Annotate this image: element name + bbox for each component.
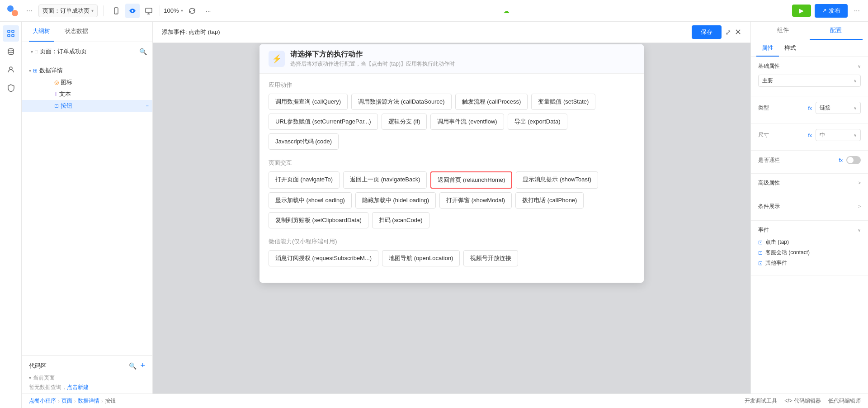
action-content: 应用动作 调用数据查询 (callQuery) 调用数据源方法 (callDat… — [259, 74, 644, 283]
type-select[interactable]: 链接 ∨ — [816, 102, 861, 114]
main-select[interactable]: 主要 ∨ — [758, 75, 861, 87]
tree-item-text[interactable]: T 文本 ≡ — [22, 88, 152, 100]
code-search-btn[interactable]: 🔍 — [129, 361, 137, 370]
action-videoChannel[interactable]: 视频号开放连接 — [463, 250, 518, 266]
outline-icon-btn[interactable] — [3, 25, 19, 42]
run-button[interactable]: ▶ — [792, 5, 811, 17]
action-relaunchHome[interactable]: 返回首页 (relaunchHome) — [430, 171, 512, 189]
basic-props-arrow[interactable]: ∨ — [858, 64, 861, 69]
code-editor-btn[interactable]: </> 代码编辑器 — [784, 397, 821, 405]
svg-rect-11 — [12, 34, 14, 37]
action-callDataSource[interactable]: 调用数据源方法 (callDataSource) — [351, 94, 451, 110]
action-callProcess[interactable]: 触发流程 (callProcess) — [455, 94, 528, 110]
basic-props-section: 基础属性 ∨ 主要 ∨ — [751, 57, 868, 96]
topbar-more-btn[interactable]: ··· — [851, 5, 863, 17]
sub-tab-props[interactable]: 属性 — [756, 40, 779, 57]
preview-btn[interactable] — [125, 4, 140, 18]
action-showToast[interactable]: 显示消息提示 (showToast) — [516, 171, 598, 189]
breadcrumb-page[interactable]: 页面 — [61, 397, 72, 405]
low-code-label: 低代码编辑师 — [828, 397, 861, 405]
condition-arrow[interactable]: > — [858, 204, 861, 209]
devtools-btn[interactable]: 开发调试工具 — [745, 397, 777, 405]
action-if[interactable]: 逻辑分支 (if) — [382, 114, 427, 130]
save-button[interactable]: 保存 — [692, 25, 722, 39]
close-modal-button[interactable]: ✕ — [735, 27, 741, 37]
app-logo[interactable] — [5, 4, 20, 18]
action-setState[interactable]: 变量赋值 (setState) — [531, 94, 595, 110]
size-prop-row: 尺寸 fx 中 ∨ — [758, 129, 861, 141]
action-showLoading[interactable]: 显示加载中 (showLoading) — [269, 192, 352, 209]
action-setCurrentPagePar[interactable]: URL参数赋值 (setCurrentPagePar...) — [269, 114, 378, 130]
sub-tabs: 属性 样式 — [751, 40, 868, 57]
event-tap[interactable]: ⊡ 点击 (tap) — [758, 238, 861, 246]
action-setClipboardData[interactable]: 复制到剪贴板 (setClipboardData) — [269, 212, 368, 228]
right-tab-config[interactable]: 配置 — [810, 22, 863, 40]
code-area-header: 代码区 🔍 + — [29, 361, 145, 370]
svg-point-4 — [132, 10, 133, 12]
action-grid-page: 打开页面 (navigateTo) 返回上一页 (navigateBack) 返… — [269, 171, 635, 228]
action-navigateBack[interactable]: 返回上一页 (navigateBack) — [343, 171, 427, 189]
tree-button-reorder-icon[interactable]: ≡ — [146, 103, 149, 109]
action-exportData[interactable]: 导出 (exportData) — [508, 114, 567, 130]
more-options-btn[interactable]: ··· — [201, 4, 216, 18]
sub-tab-style[interactable]: 样式 — [779, 40, 802, 57]
event-other[interactable]: ⊡ 其他事件 — [758, 259, 861, 267]
event-contact[interactable]: ⊡ 客服会话 (contact) — [758, 249, 861, 256]
desktop-view-btn[interactable] — [142, 4, 156, 18]
tab-state-data[interactable]: 状态数据 — [61, 22, 92, 42]
zoom-control[interactable]: 100% ▾ — [164, 7, 183, 14]
event-arrow[interactable]: ∨ — [858, 228, 861, 232]
action-hideLoading[interactable]: 隐藏加载中 (hideLoading) — [355, 192, 436, 209]
size-select[interactable]: 中 ∨ — [816, 129, 861, 141]
code-create-link[interactable]: 点击新建 — [67, 384, 89, 390]
data-icon-btn[interactable] — [3, 43, 19, 60]
size-fx-btn[interactable]: fx — [808, 133, 812, 138]
tab-outline[interactable]: 大纲树 — [29, 22, 54, 42]
toolbar-prop-row: 是否通栏 fx — [758, 156, 861, 164]
action-scanCode[interactable]: 扫码 (scanCode) — [372, 212, 429, 228]
tree-item-reorder-icon[interactable]: ≡ — [146, 68, 149, 73]
event-tap-label: 点击 (tap) — [765, 238, 789, 246]
svg-rect-8 — [8, 30, 10, 33]
event-contact-icon: ⊡ — [758, 250, 763, 256]
breadcrumb-app[interactable]: 点餐小程序 — [29, 397, 56, 405]
action-callQuery[interactable]: 调用数据查询 (callQuery) — [269, 94, 348, 110]
svg-point-12 — [8, 49, 14, 51]
refresh-btn[interactable] — [185, 4, 199, 18]
action-callPhone[interactable]: 拨打电话 (callPhone) — [515, 192, 584, 209]
main-prop-row: 主要 ∨ — [758, 75, 861, 87]
tree-text-reorder-icon[interactable]: ≡ — [146, 91, 149, 97]
tree-item-data-detail[interactable]: ▾ ⊞ 数据详情 ≡ — [22, 65, 152, 76]
page-title-selector[interactable]: 页面：订单成功页 ▾ — [38, 5, 98, 17]
action-requestSubscribe[interactable]: 消息订阅授权 (requestSubscribeM...) — [269, 250, 378, 266]
action-group-page-title: 页面交互 — [269, 159, 635, 167]
shield-icon-btn[interactable] — [3, 80, 19, 96]
svg-point-13 — [9, 67, 12, 70]
publish-button[interactable]: ↗ 发布 — [815, 4, 848, 18]
tree-item-icon[interactable]: ◎ 图标 — [22, 76, 152, 88]
svg-rect-9 — [12, 30, 14, 33]
expand-button[interactable]: ⤢ — [725, 28, 731, 37]
user-icon-btn[interactable] — [3, 62, 19, 78]
events-section: 事件 ∨ ⊡ 点击 (tap) ⊡ 客服会话 (contact) ⊡ 其他事件 — [751, 221, 868, 275]
action-navigateTo[interactable]: 打开页面 (navigateTo) — [269, 171, 340, 189]
toolbar-icons: 100% ▾ ··· — [109, 4, 215, 18]
breadcrumb-data-detail[interactable]: 数据详情 — [78, 397, 99, 405]
outline-search-icon[interactable]: 🔍 — [139, 48, 147, 55]
code-add-btn[interactable]: + — [140, 361, 145, 370]
advanced-arrow[interactable]: > — [858, 180, 861, 185]
action-showModal[interactable]: 打开弹窗 (showModal) — [439, 192, 512, 209]
toolbar-fx-btn[interactable]: fx — [839, 157, 843, 163]
action-code[interactable]: Javascript代码 (code) — [269, 133, 339, 150]
action-openLocation[interactable]: 地图导航 (openLocation) — [382, 250, 460, 266]
main-layout: 大纲树 状态数据 ▾ □ 页面：订单成功页 🔍 ▾ ⊞ 数据详情 ≡ — [0, 22, 868, 408]
tree-item-button[interactable]: ⊡ 按钮 ≡ — [22, 100, 152, 112]
type-fx-btn[interactable]: fx — [808, 105, 812, 111]
canvas-area: 📶 iPhone 8 4G 10:25 100% 🔋 添加事件: 点击时 (ta… — [153, 22, 750, 408]
menu-toggle-btn[interactable]: ··· — [24, 5, 35, 17]
mobile-view-btn[interactable] — [109, 4, 123, 18]
modal-header: ⚡ 请选择下方的执行动作 选择后将对该动作进行配置，当【点击时 (tap)】应用… — [259, 44, 644, 74]
toolbar-toggle[interactable] — [846, 156, 861, 164]
right-tab-component[interactable]: 组件 — [756, 22, 810, 40]
action-eventflow[interactable]: 调用事件流 (eventflow) — [430, 114, 504, 130]
